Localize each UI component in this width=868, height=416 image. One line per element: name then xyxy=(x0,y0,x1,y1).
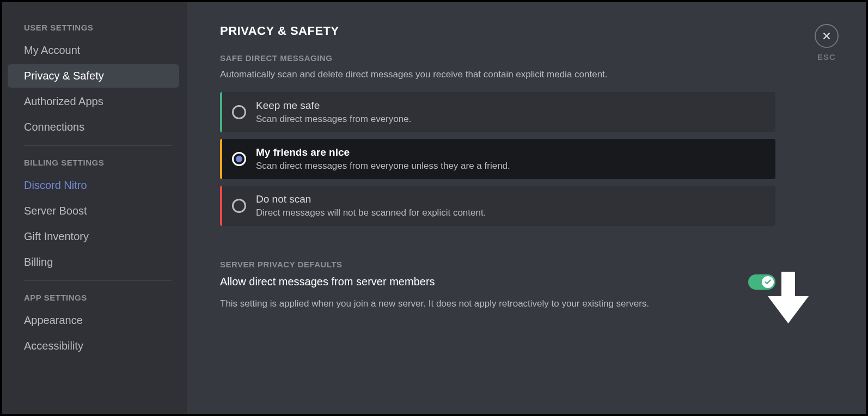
close-button[interactable]: ESC xyxy=(815,24,839,62)
sidebar-item-connections[interactable]: Connections xyxy=(8,115,179,139)
radio-title: Keep me safe xyxy=(256,100,766,112)
radio-description: Scan direct messages from everyone. xyxy=(256,114,766,125)
radio-icon xyxy=(232,152,246,166)
close-icon xyxy=(815,24,839,48)
settings-window: User Settings My Account Privacy & Safet… xyxy=(0,0,868,416)
radio-option-my-friends-are-nice[interactable]: My friends are nice Scan direct messages… xyxy=(220,139,775,179)
sidebar-item-authorized-apps[interactable]: Authorized Apps xyxy=(8,90,179,113)
page-title: Privacy & Safety xyxy=(220,24,775,38)
radio-icon xyxy=(232,199,246,213)
sidebar-item-accessibility[interactable]: Accessibility xyxy=(8,334,179,358)
sidebar-header-user-settings: User Settings xyxy=(8,19,179,39)
settings-sidebar: User Settings My Account Privacy & Safet… xyxy=(2,2,187,414)
sidebar-item-my-account[interactable]: My Account xyxy=(8,39,179,62)
sidebar-divider xyxy=(24,145,172,146)
sidebar-item-gift-inventory[interactable]: Gift Inventory xyxy=(8,225,179,248)
toggle-description: This setting is applied when you join a … xyxy=(220,297,775,310)
safe-dm-section-description: Automatically scan and delete direct mes… xyxy=(220,68,775,81)
server-privacy-section-title: Server Privacy Defaults xyxy=(220,260,775,269)
radio-icon xyxy=(232,105,246,119)
radio-content: Keep me safe Scan direct messages from e… xyxy=(256,100,766,125)
radio-title: Do not scan xyxy=(256,193,766,205)
toggle-knob xyxy=(762,276,774,288)
sidebar-item-privacy-safety[interactable]: Privacy & Safety xyxy=(8,64,179,88)
toggle-label: Allow direct messages from server member… xyxy=(220,276,435,288)
sidebar-header-app-settings: App Settings xyxy=(8,289,179,309)
sidebar-item-appearance[interactable]: Appearance xyxy=(8,309,179,332)
close-label: ESC xyxy=(817,52,836,62)
radio-option-do-not-scan[interactable]: Do not scan Direct messages will not be … xyxy=(220,186,775,226)
sidebar-item-server-boost[interactable]: Server Boost xyxy=(8,199,179,223)
sidebar-item-discord-nitro[interactable]: Discord Nitro xyxy=(8,174,179,197)
radio-option-keep-me-safe[interactable]: Keep me safe Scan direct messages from e… xyxy=(220,92,775,132)
radio-content: My friends are nice Scan direct messages… xyxy=(256,146,766,172)
sidebar-divider xyxy=(24,280,172,281)
sidebar-item-billing[interactable]: Billing xyxy=(8,250,179,274)
radio-description: Scan direct messages from everyone unles… xyxy=(256,161,766,172)
radio-description: Direct messages will not be scanned for … xyxy=(256,207,766,218)
toggle-allow-dm[interactable] xyxy=(748,274,775,290)
settings-main: ESC Privacy & Safety Safe Direct Messagi… xyxy=(187,2,866,414)
radio-title: My friends are nice xyxy=(256,146,766,158)
check-icon xyxy=(764,278,772,286)
radio-content: Do not scan Direct messages will not be … xyxy=(256,193,766,218)
toggle-row-allow-dm: Allow direct messages from server member… xyxy=(220,274,775,290)
sidebar-header-billing-settings: Billing Settings xyxy=(8,154,179,174)
safe-dm-section-title: Safe Direct Messaging xyxy=(220,53,775,63)
